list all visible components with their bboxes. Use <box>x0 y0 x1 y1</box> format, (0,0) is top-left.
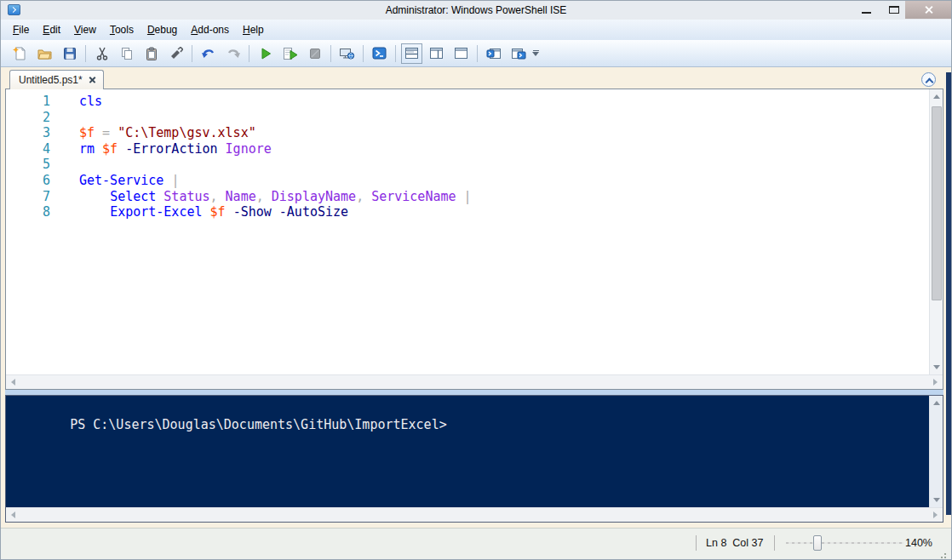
script-editor-pane[interactable]: 1cls23$f = "C:\Temp\gsv.xlsx"4rm $f -Err… <box>5 89 943 390</box>
line-number: 6 <box>6 173 50 189</box>
new-script-button[interactable] <box>9 43 31 64</box>
save-script-button[interactable] <box>59 43 80 64</box>
paste-button[interactable] <box>141 43 162 64</box>
scroll-left-icon[interactable] <box>11 379 15 386</box>
scroll-up-icon[interactable] <box>933 401 940 405</box>
menu-add-ons[interactable]: Add-ons <box>184 21 236 38</box>
powershell-ise-window: Administrator: Windows PowerShell ISE Fi… <box>0 0 952 560</box>
menu-debug[interactable]: Debug <box>141 21 184 38</box>
line-number: 8 <box>6 204 50 220</box>
minimize-icon <box>862 12 871 14</box>
minimize-button[interactable] <box>854 1 880 19</box>
line-number: 5 <box>6 157 50 173</box>
line-number: 7 <box>6 189 50 205</box>
zoom-slider-thumb[interactable] <box>813 535 822 551</box>
code-line: 4rm $f -ErrorAction Ignore <box>6 141 929 157</box>
copy-icon <box>120 47 134 60</box>
window-title: Administrator: Windows PowerShell ISE <box>1 4 951 16</box>
new-powershell-tab-icon <box>486 47 502 60</box>
start-powershell-button[interactable] <box>369 43 390 64</box>
line-column-indicator: Ln 8 Col 37 <box>706 537 763 549</box>
code-line: 3$f = "C:\Temp\gsv.xlsx" <box>6 125 929 141</box>
code-lines[interactable]: 1cls23$f = "C:\Temp\gsv.xlsx"4rm $f -Err… <box>6 89 929 374</box>
editor-horizontal-scrollbar[interactable] <box>6 374 943 389</box>
cut-button[interactable] <box>91 43 112 64</box>
stop-icon <box>308 47 322 60</box>
menu-help[interactable]: Help <box>236 21 271 38</box>
title-bar: Administrator: Windows PowerShell ISE <box>1 1 951 20</box>
maximize-button[interactable] <box>881 1 907 19</box>
new-powershell-tab-button[interactable] <box>483 43 504 64</box>
editor-vscroll-thumb[interactable] <box>932 106 942 300</box>
console-pane[interactable]: PS C:\Users\Douglas\Documents\GitHub\Imp… <box>5 395 943 523</box>
run-script-button[interactable] <box>255 43 276 64</box>
new-script-icon <box>13 46 27 60</box>
menu-file[interactable]: File <box>6 21 36 38</box>
toolbar-separator <box>477 45 478 62</box>
status-separator <box>774 535 775 551</box>
powershell-tab-button[interactable] <box>508 43 529 64</box>
scroll-down-icon[interactable] <box>933 365 940 369</box>
scroll-down-icon[interactable] <box>933 498 940 502</box>
toolbar-separator <box>85 45 86 62</box>
script-pane-right-icon <box>429 47 444 60</box>
toolbar-separator <box>395 45 396 62</box>
code-line: 5 <box>6 157 929 173</box>
show-script-pane-right-button[interactable] <box>426 43 447 64</box>
undo-icon <box>201 47 216 60</box>
remote-tab-icon <box>339 47 355 60</box>
scroll-up-icon[interactable] <box>933 94 940 99</box>
menu-tools[interactable]: Tools <box>103 21 141 38</box>
zoom-slider[interactable] <box>786 542 903 544</box>
clear-console-icon <box>169 47 183 60</box>
code-line: 8 Export-Excel $f -Show -AutoSize <box>6 204 929 220</box>
toolbar-separator <box>363 45 364 62</box>
code-line: 7 Select Status, Name, DisplayName, Serv… <box>6 189 929 205</box>
run-selection-icon <box>283 47 298 60</box>
console-vertical-scrollbar[interactable] <box>929 396 943 507</box>
run-icon <box>259 47 272 60</box>
collapse-script-pane-button[interactable] <box>921 72 936 87</box>
code-line: 1cls <box>6 94 929 110</box>
stop-operation-button[interactable] <box>304 43 325 64</box>
powershell-tab-icon <box>511 47 526 60</box>
new-remote-powershell-tab-button[interactable] <box>336 43 358 64</box>
console-horizontal-scrollbar[interactable] <box>6 507 943 522</box>
editor-vertical-scrollbar[interactable] <box>929 89 943 374</box>
tab-close-icon[interactable] <box>89 77 96 84</box>
menu-view[interactable]: View <box>67 21 103 38</box>
toolbar <box>1 40 951 67</box>
scroll-right-icon[interactable] <box>933 511 938 518</box>
cut-icon <box>95 47 109 60</box>
open-folder-icon <box>37 47 53 60</box>
status-bar: Ln 8 Col 37 140% <box>1 528 951 560</box>
copy-button[interactable] <box>116 43 137 64</box>
script-pane-top-icon <box>404 47 419 60</box>
show-script-pane-top-button[interactable] <box>401 43 422 64</box>
toolbar-overflow-button[interactable] <box>532 50 539 57</box>
line-number: 1 <box>6 94 50 110</box>
resize-grip-icon[interactable] <box>944 553 946 555</box>
maximize-icon <box>889 6 899 14</box>
line-number: 3 <box>6 125 50 141</box>
powershell-icon <box>372 47 387 60</box>
close-icon <box>924 5 933 14</box>
code-line: 6Get-Service | <box>6 173 929 189</box>
show-script-pane-maximized-button[interactable] <box>450 43 472 64</box>
scroll-left-icon[interactable] <box>11 511 15 518</box>
menu-edit[interactable]: Edit <box>36 21 67 38</box>
close-button[interactable] <box>905 1 952 19</box>
console-output[interactable]: PS C:\Users\Douglas\Documents\GitHub\Imp… <box>6 396 943 507</box>
scroll-right-icon[interactable] <box>933 379 938 386</box>
save-icon <box>63 47 77 60</box>
tab-untitled5[interactable]: Untitled5.ps1* <box>9 70 104 89</box>
code-line: 2 <box>6 110 929 126</box>
paste-icon <box>145 47 158 60</box>
clear-console-pane-button[interactable] <box>165 43 186 64</box>
undo-button[interactable] <box>198 43 219 64</box>
script-pane-maximized-icon <box>454 47 468 60</box>
open-script-button[interactable] <box>34 43 55 64</box>
toolbar-separator <box>330 45 331 62</box>
redo-button[interactable] <box>222 43 244 64</box>
run-selection-button[interactable] <box>279 43 301 64</box>
